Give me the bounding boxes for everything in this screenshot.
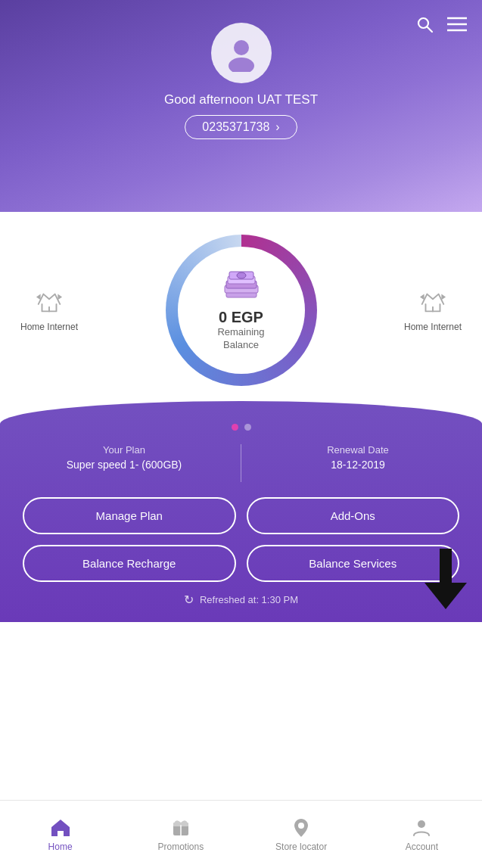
nav-store-locator-label: Store locator xyxy=(275,842,327,852)
nav-home[interactable]: Home xyxy=(0,817,120,852)
home-internet-left-label: Home Internet xyxy=(20,322,78,332)
nav-account[interactable]: Account xyxy=(362,817,482,852)
nav-store-locator[interactable]: Store locator xyxy=(241,817,362,852)
plan-left: Your Plan Super speed 1- (600GB) xyxy=(23,444,225,471)
dot-2[interactable] xyxy=(244,424,251,431)
balance-label: RemainingBalance xyxy=(217,326,264,352)
plan-divider xyxy=(241,444,241,482)
plan-info: Your Plan Super speed 1- (600GB) Renewal… xyxy=(23,444,459,482)
nav-home-label: Home xyxy=(48,842,73,852)
balance-inner: 0 EGP RemainingBalance xyxy=(178,247,305,374)
home-internet-left[interactable]: Home Internet xyxy=(0,288,98,332)
balance-icon xyxy=(222,269,261,307)
nav-promotions-label: Promotions xyxy=(158,842,204,852)
avatar[interactable] xyxy=(211,23,272,83)
btn-row-bottom: Balance Recharge Balance Services xyxy=(23,545,459,582)
chevron-icon: › xyxy=(275,120,279,134)
arrow-down-overlay xyxy=(424,549,467,612)
header-background: Good afternoon UAT TEST 0235371738 › xyxy=(0,0,482,212)
purple-bottom: Your Plan Super speed 1- (600GB) Renewal… xyxy=(0,401,482,622)
manage-plan-button[interactable]: Manage Plan xyxy=(23,497,236,534)
plan-right: Renewal Date 18-12-2019 xyxy=(257,444,459,471)
phone-number: 0235371738 xyxy=(202,120,269,134)
phone-pill[interactable]: 0235371738 › xyxy=(185,115,297,139)
svg-point-21 xyxy=(418,820,425,828)
nav-account-label: Account xyxy=(406,842,438,852)
svg-line-1 xyxy=(428,27,433,33)
balance-recharge-button[interactable]: Balance Recharge xyxy=(23,545,236,582)
header-icons xyxy=(415,15,467,38)
balance-amount: 0 EGP xyxy=(219,309,263,326)
menu-icon[interactable] xyxy=(447,16,467,37)
refresh-icon: ↻ xyxy=(184,593,194,607)
balance-wheel: 0 EGP RemainingBalance xyxy=(166,235,317,386)
btn-row-top: Manage Plan Add-Ons xyxy=(23,497,459,534)
home-internet-right-label: Home Internet xyxy=(404,322,462,332)
svg-point-13 xyxy=(237,272,246,278)
nav-promotions[interactable]: Promotions xyxy=(120,817,241,852)
add-ons-button[interactable]: Add-Ons xyxy=(247,497,460,534)
your-plan-title: Your Plan xyxy=(23,444,225,456)
svg-point-6 xyxy=(229,58,254,72)
svg-marker-16 xyxy=(424,583,467,609)
balance-area: Home Internet xyxy=(0,212,482,401)
dot-1[interactable] xyxy=(232,424,238,431)
carousel-dots xyxy=(23,424,459,431)
renewal-title: Renewal Date xyxy=(257,444,459,456)
svg-rect-15 xyxy=(440,549,452,583)
refresh-text: Refreshed at: 1:30 PM xyxy=(200,594,298,605)
search-icon[interactable] xyxy=(415,15,434,38)
refresh-row: ↻ Refreshed at: 1:30 PM xyxy=(23,593,459,607)
greeting-text: Good afternoon UAT TEST xyxy=(164,92,318,107)
home-internet-right[interactable]: Home Internet xyxy=(384,288,482,332)
your-plan-value: Super speed 1- (600GB) xyxy=(23,459,225,471)
balance-row: Home Internet xyxy=(0,227,482,401)
bottom-nav: Home Promotions Store locator Account xyxy=(0,800,482,868)
svg-point-5 xyxy=(234,40,249,55)
svg-point-20 xyxy=(298,823,304,829)
renewal-value: 18-12-2019 xyxy=(257,459,459,471)
